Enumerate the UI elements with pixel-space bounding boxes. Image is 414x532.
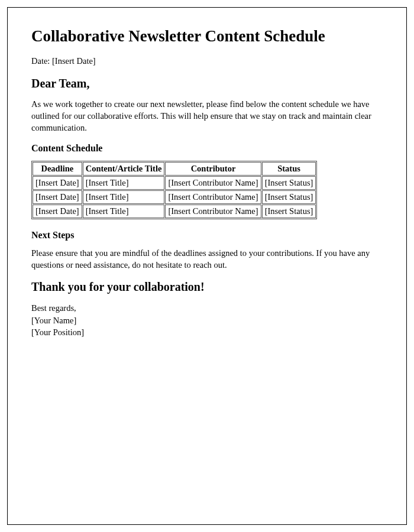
col-contributor: Contributor: [165, 162, 261, 176]
table-row: [Insert Date] [Insert Title] [Insert Con…: [33, 205, 316, 218]
cell-status: [Insert Status]: [262, 176, 316, 190]
next-steps-heading: Next Steps: [31, 230, 383, 241]
cell-contributor: [Insert Contributor Name]: [165, 190, 261, 204]
document-page: Collaborative Newsletter Content Schedul…: [7, 7, 407, 525]
next-steps-body: Please ensure that you are mindful of th…: [31, 248, 383, 271]
cell-status: [Insert Status]: [262, 190, 316, 204]
col-status: Status: [262, 162, 316, 176]
closing-regards: Best regards,: [31, 302, 383, 314]
salutation: Dear Team,: [31, 77, 383, 90]
closing-position: [Your Position]: [31, 326, 383, 338]
cell-contributor: [Insert Contributor Name]: [165, 176, 261, 190]
cell-status: [Insert Status]: [262, 205, 316, 218]
cell-contributor: [Insert Contributor Name]: [165, 205, 261, 218]
thanks-line: Thank you for your collaboration!: [31, 280, 383, 294]
date-line: Date: [Insert Date]: [31, 56, 383, 66]
cell-deadline: [Insert Date]: [33, 205, 82, 218]
cell-title: [Insert Title]: [83, 205, 165, 218]
table-row: [Insert Date] [Insert Title] [Insert Con…: [33, 176, 316, 190]
cell-deadline: [Insert Date]: [33, 190, 82, 204]
schedule-heading: Content Schedule: [31, 143, 383, 154]
table-header-row: Deadline Content/Article Title Contribut…: [33, 162, 316, 176]
cell-title: [Insert Title]: [83, 176, 165, 190]
intro-paragraph: As we work together to create our next n…: [31, 99, 383, 134]
schedule-table: Deadline Content/Article Title Contribut…: [31, 161, 317, 219]
closing-block: Best regards, [Your Name] [Your Position…: [31, 302, 383, 338]
closing-name: [Your Name]: [31, 314, 383, 326]
cell-deadline: [Insert Date]: [33, 176, 82, 190]
col-deadline: Deadline: [33, 162, 82, 176]
cell-title: [Insert Title]: [83, 190, 165, 204]
col-title: Content/Article Title: [83, 162, 165, 176]
page-title: Collaborative Newsletter Content Schedul…: [31, 27, 383, 46]
table-row: [Insert Date] [Insert Title] [Insert Con…: [33, 190, 316, 204]
